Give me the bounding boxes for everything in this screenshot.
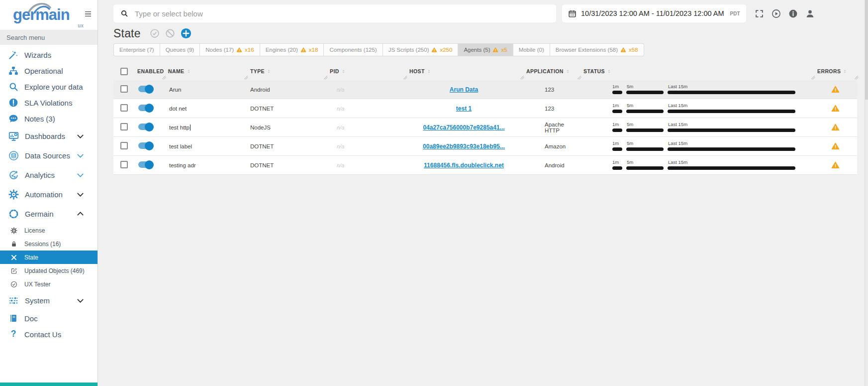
tab-browser-extensions-58[interactable]: Browser Extensions (58)x58: [550, 44, 644, 56]
tab-components-125[interactable]: Components (125): [324, 44, 383, 56]
sidebar-item-data-sources[interactable]: Data Sources: [0, 146, 97, 165]
column-header-name[interactable]: NAME: [164, 62, 246, 80]
sort-icon[interactable]: [341, 69, 346, 74]
sidebar-item-analytics[interactable]: Analytics: [0, 165, 97, 185]
scrollbar-thumb[interactable]: [865, 0, 868, 100]
host-link[interactable]: 11688456.fls.doubleclick.net: [424, 162, 504, 169]
enabled-toggle[interactable]: [138, 105, 153, 111]
chevron-down-icon[interactable]: [75, 131, 86, 141]
sidebar-item-ux-tester[interactable]: UX Tester: [0, 277, 97, 291]
sort-icon[interactable]: [186, 69, 192, 74]
host-link[interactable]: 00a89ee2b9893c93e18eb95...: [423, 143, 505, 150]
table-row-testing-adr[interactable]: testing adrDOTNETn/a11688456.fls.doublec…: [113, 156, 857, 175]
host-link[interactable]: 04a27ca756000b7e9285a41...: [423, 124, 504, 131]
sidebar-item-wizards[interactable]: Wizards: [0, 47, 97, 63]
sidebar-item-state[interactable]: State: [0, 251, 97, 264]
chevron-up-icon[interactable]: [75, 209, 86, 219]
date-range-picker[interactable]: 10/31/2023 12:00 AM - 11/01/2023 12:00 A…: [562, 4, 746, 22]
column-resize-grip[interactable]: [323, 75, 328, 79]
cell-name[interactable]: testing adr: [164, 162, 246, 168]
column-header-application[interactable]: APPLICATION: [522, 62, 579, 80]
column-header-errors[interactable]: ERRORS: [813, 62, 857, 80]
sidebar-item-notes-3[interactable]: Notes (3): [0, 111, 97, 127]
host-link[interactable]: test 1: [456, 105, 472, 112]
warning-icon[interactable]: [831, 104, 840, 113]
sort-icon[interactable]: [426, 69, 432, 74]
sidebar-item-contact-us[interactable]: ?Contact Us: [0, 326, 97, 342]
status-bars[interactable]: [612, 147, 795, 151]
tab-engines-20[interactable]: Engines (20)x18: [260, 44, 324, 56]
sort-icon[interactable]: [565, 69, 571, 74]
warning-icon[interactable]: [831, 123, 840, 131]
sidebar-search-input[interactable]: [0, 30, 97, 45]
sort-icon[interactable]: [606, 69, 612, 74]
tab-enterprise-7[interactable]: Enterprise (7): [114, 44, 160, 56]
sidebar-item-sessions-16[interactable]: Sessions (16): [0, 237, 97, 251]
tab-agents-5[interactable]: Agents (5)x5: [458, 44, 513, 56]
column-resize-grip[interactable]: [577, 75, 581, 79]
sidebar-item-doc[interactable]: Doc: [0, 310, 97, 326]
column-resize-grip[interactable]: [854, 75, 859, 79]
sort-icon[interactable]: [842, 69, 848, 74]
table-row-test-http[interactable]: test httpNodeJSn/a04a27ca756000b7e9285a4…: [113, 118, 857, 137]
chevron-down-icon[interactable]: [75, 189, 86, 200]
enabled-toggle[interactable]: [138, 124, 153, 130]
status-bars[interactable]: [612, 91, 795, 94]
sidebar-item-sla-violations[interactable]: SLA Violations: [0, 95, 97, 111]
warning-icon[interactable]: [831, 142, 840, 150]
cell-name[interactable]: test http: [164, 125, 246, 130]
plus-icon[interactable]: [181, 28, 192, 39]
tab-nodes-17[interactable]: Nodes (17)x16: [200, 44, 260, 56]
chevron-down-icon[interactable]: [75, 295, 86, 306]
row-checkbox[interactable]: [120, 104, 128, 112]
column-resize-grip[interactable]: [162, 75, 166, 79]
column-header-host[interactable]: HOST: [405, 62, 522, 80]
row-checkbox[interactable]: [120, 161, 128, 168]
table-row-test-label[interactable]: test labelDOTNETn/a00a89ee2b9893c93e18eb…: [113, 137, 857, 156]
column-resize-grip[interactable]: [403, 75, 407, 79]
row-checkbox[interactable]: [120, 85, 128, 93]
tab-mobile-0[interactable]: Mobile (0): [513, 44, 550, 56]
enabled-toggle[interactable]: [138, 161, 153, 168]
fullscreen-icon[interactable]: [755, 9, 764, 18]
sidebar-item-automation[interactable]: Automation: [0, 185, 97, 204]
check-circle-icon[interactable]: [150, 28, 160, 38]
sidebar-item-dashboards[interactable]: Dashboards: [0, 127, 97, 146]
ban-icon[interactable]: [165, 28, 175, 38]
column-resize-grip[interactable]: [244, 75, 248, 79]
column-header-status[interactable]: STATUS: [579, 62, 813, 80]
warning-icon[interactable]: [831, 161, 840, 169]
user-icon[interactable]: [805, 9, 815, 18]
column-resize-grip[interactable]: [811, 75, 815, 79]
cell-name[interactable]: Arun: [164, 87, 246, 93]
host-link[interactable]: Arun Data: [450, 86, 478, 93]
play-icon[interactable]: [772, 9, 781, 18]
sidebar-item-license[interactable]: License: [0, 224, 97, 237]
status-bars[interactable]: [612, 166, 795, 170]
sidebar-item-updated-objects-469[interactable]: Updated Objects (469): [0, 264, 97, 277]
select-all-checkbox[interactable]: [120, 68, 128, 75]
cell-name[interactable]: dot net: [164, 106, 246, 112]
enabled-toggle[interactable]: [138, 142, 153, 149]
sidebar-item-germain[interactable]: Germain: [0, 204, 97, 224]
status-bars[interactable]: [612, 129, 795, 132]
sidebar-item-operational[interactable]: Operational: [0, 63, 97, 79]
sort-icon[interactable]: [266, 69, 272, 74]
row-checkbox[interactable]: [120, 123, 128, 130]
column-header-enabled[interactable]: ENABLED: [133, 62, 164, 80]
enabled-toggle[interactable]: [138, 86, 153, 92]
sidebar-item-system[interactable]: System: [0, 291, 97, 310]
column-header-pid[interactable]: PID: [326, 62, 405, 80]
global-search[interactable]: [113, 4, 556, 22]
status-bars[interactable]: [612, 110, 795, 113]
cell-name[interactable]: test label: [164, 143, 246, 149]
info-icon[interactable]: [788, 9, 798, 18]
warning-icon[interactable]: [831, 85, 840, 94]
chevron-down-icon[interactable]: [75, 170, 86, 180]
tab-queues-9[interactable]: Queues (9): [160, 44, 200, 56]
table-row-arun[interactable]: ArunAndroidn/aArun Data1231m5mLast 15m: [113, 80, 857, 99]
row-checkbox[interactable]: [120, 142, 128, 149]
global-search-input[interactable]: [134, 9, 549, 18]
vertical-scrollbar[interactable]: [865, 0, 868, 386]
chevron-down-icon[interactable]: [75, 150, 86, 161]
